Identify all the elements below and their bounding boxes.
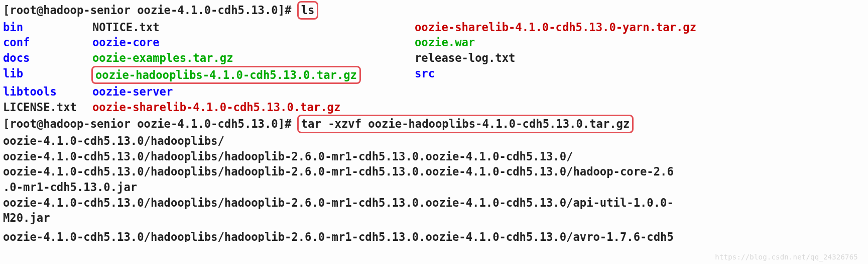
ls-item: NOTICE.txt <box>92 20 415 35</box>
tar-output-line: oozie-4.1.0-cdh5.13.0/hadooplibs/hadoopl… <box>3 164 868 180</box>
highlight-ls-command: ls <box>297 1 319 20</box>
ls-item: oozie-sharelib-4.1.0-cdh5.13.0-yarn.tar.… <box>415 20 696 35</box>
ls-row: libtools oozie-server <box>3 84 868 100</box>
highlight-hadooplibs-tar: oozie-hadooplibs-4.1.0-cdh5.13.0.tar.gz <box>91 66 361 84</box>
tar-output-line: .0-mr1-cdh5.13.0.jar <box>3 180 868 195</box>
ls-item: src <box>415 66 435 84</box>
ls-item: docs <box>3 50 92 66</box>
tar-output-line: oozie-4.1.0-cdh5.13.0/hadooplibs/hadoopl… <box>3 229 868 242</box>
ls-item: lib <box>3 66 92 84</box>
prompt-line-2[interactable]: [root@hadoop-senior oozie-4.1.0-cdh5.13.… <box>3 115 868 133</box>
highlight-tar-command: tar -xzvf oozie-hadooplibs-4.1.0-cdh5.13… <box>297 115 634 133</box>
prompt-line-1[interactable]: [root@hadoop-senior oozie-4.1.0-cdh5.13.… <box>3 1 868 20</box>
ls-item: LICENSE.txt <box>3 100 92 115</box>
ls-row: LICENSE.txt oozie-sharelib-4.1.0-cdh5.13… <box>3 100 868 115</box>
tar-output-line: oozie-4.1.0-cdh5.13.0/hadooplibs/hadoopl… <box>3 195 868 211</box>
ls-row: docs oozie-examples.tar.gz release-log.t… <box>3 50 868 66</box>
shell-prompt: [root@hadoop-senior oozie-4.1.0-cdh5.13.… <box>3 4 298 17</box>
ls-item: oozie-sharelib-4.1.0-cdh5.13.0.tar.gz <box>92 100 415 115</box>
tar-output-line: oozie-4.1.0-cdh5.13.0/hadooplibs/hadoopl… <box>3 149 868 164</box>
ls-row: lib oozie-hadooplibs-4.1.0-cdh5.13.0.tar… <box>3 66 868 84</box>
tar-output-line: M20.jar <box>3 210 868 226</box>
ls-item: oozie-server <box>92 84 415 100</box>
ls-item: oozie.war <box>415 35 475 50</box>
tar-output-line: oozie-4.1.0-cdh5.13.0/hadooplibs/ <box>3 133 868 149</box>
ls-row: bin NOTICE.txt oozie-sharelib-4.1.0-cdh5… <box>3 20 868 35</box>
ls-item: libtools <box>3 84 92 100</box>
ls-item: release-log.txt <box>415 50 515 66</box>
ls-item: conf <box>3 35 92 50</box>
ls-item: oozie-examples.tar.gz <box>92 50 415 66</box>
ls-item: bin <box>3 20 92 35</box>
ls-row: conf oozie-core oozie.war <box>3 35 868 50</box>
ls-item: oozie-core <box>92 35 415 50</box>
shell-prompt: [root@hadoop-senior oozie-4.1.0-cdh5.13.… <box>3 117 298 130</box>
